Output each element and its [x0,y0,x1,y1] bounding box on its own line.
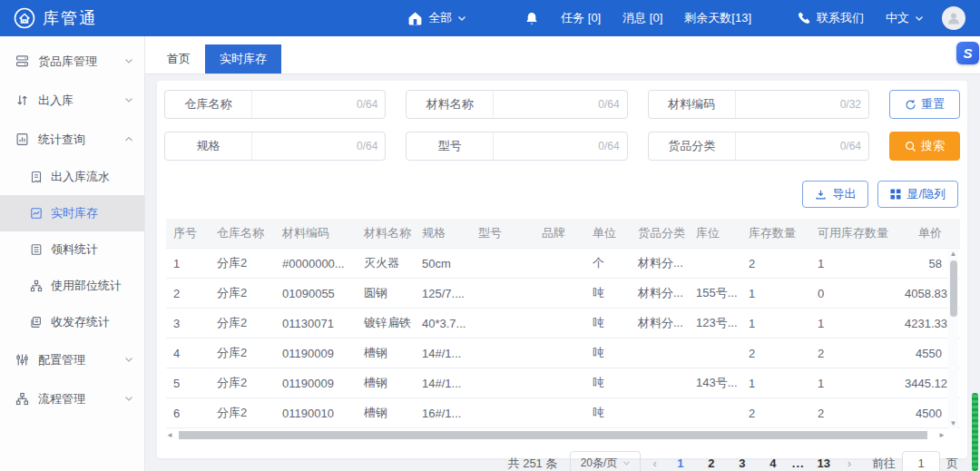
specification-input[interactable] [252,132,357,160]
pagination-bar: 共 251 条 20条/页 ‹ 1 2 3 4 ... 13 › 前往 [164,440,960,471]
sidebar-item-in-out-warehouse[interactable]: 出入库 [0,81,144,120]
cell-material-name: 灭火器 [357,255,415,271]
columns-label: 显/隐列 [906,186,946,202]
inventory-chart-icon [30,207,43,220]
cell-index: 1 [166,257,210,270]
scroll-down-arrow-icon[interactable]: ▼ [950,419,957,428]
cell-warehouse: 分库2 [210,255,275,271]
tasks-link[interactable]: 任务 [0] [550,0,612,36]
messages-link[interactable]: 消息 [0] [612,0,673,36]
material-name-input[interactable] [494,91,598,118]
sidebar-item-label: 使用部位统计 [51,278,122,294]
page-number-2[interactable]: 2 [700,456,723,470]
sidebar-item-label: 出入库 [38,93,115,109]
field-label: 货品分类 [649,132,736,160]
list-document-icon [30,243,43,256]
warehouse-scope-selector[interactable]: 全部 [397,0,477,36]
search-button[interactable]: 搜索 [889,132,960,161]
sidebar-item-goods-management[interactable]: 货品库管理 [0,42,144,81]
sidebar-item-realtime-inventory[interactable]: 实时库存 [0,195,144,231]
cell-material-code: #0000000... [275,257,357,270]
cell-warehouse: 分库2 [210,405,275,421]
tab-home[interactable]: 首页 [152,44,205,74]
table-vertical-scrollbar[interactable]: ▲ ▼ [948,250,958,428]
app-logo[interactable]: 库管通 [0,6,110,30]
table-row[interactable]: 1 分库2 #0000000... 灭火器 50cm 个 材料分... 2 1 [166,249,960,279]
table-horizontal-scrollbar[interactable]: ◄ ► [166,430,958,440]
cell-index: 5 [166,377,210,390]
goods-store-icon [15,54,29,68]
sidebar-item-process-management[interactable]: 流程管理 [0,379,144,418]
sidebar-item-label: 收发存统计 [51,314,110,330]
main-area: 首页 实时库存 S 仓库名称 0/64 材料名称 0/64 材料编码 [145,36,980,471]
table-row[interactable]: 3 分库2 01130071 镀锌扁铁 40*3.7... 吨 材料分... 1… [166,309,960,339]
goods-category-input[interactable] [736,132,840,160]
cell-available-qty: 1 [810,377,897,390]
page-number-3[interactable]: 3 [730,456,754,470]
sidebar-item-usage-location-stats[interactable]: 使用部位统计 [0,268,144,304]
export-button[interactable]: 导出 [802,181,868,208]
cell-location: 123号... [689,315,741,331]
table-row[interactable]: 4 分库2 01190009 槽钢 14#/1... 吨 2 2 [166,339,960,368]
sidebar-item-statistics-query[interactable]: 统计查询 [0,120,144,159]
user-avatar[interactable] [942,6,965,30]
chevron-down-icon [124,97,133,103]
sliders-icon [15,353,29,367]
prev-page-button[interactable]: ‹ [648,456,661,470]
cell-material-name: 槽钢 [357,405,415,421]
show-hide-columns-button[interactable]: 显/隐列 [877,181,958,208]
page-size-select[interactable]: 20条/页 [570,451,641,471]
scroll-left-arrow-icon[interactable]: ◄ [166,431,173,440]
chevron-down-icon [124,357,133,363]
cell-unit: 吨 [585,375,631,391]
table-row[interactable]: 6 分库2 01190010 槽钢 16#/1... 吨 2 2 [166,398,960,428]
page-size-value: 20条/页 [581,456,618,471]
flow-chart-icon [15,392,29,406]
sidebar-item-config-management[interactable]: 配置管理 [0,340,144,379]
app-title: 库管通 [43,7,97,29]
sidebar-item-label: 货品库管理 [38,54,115,70]
table-row[interactable]: 2 分库2 01090055 圆钢 125/7.... 吨 材料分... 155… [166,279,960,309]
material-code-input[interactable] [736,91,840,118]
reset-button[interactable]: 重置 [889,90,960,119]
page-number-13[interactable]: 13 [812,456,836,470]
page-scrollbar-green-thumb[interactable] [972,393,978,471]
sidebar-item-material-requisition-stats[interactable]: 领料统计 [0,231,144,268]
column-header: 库存数量 [741,225,810,241]
more-pages-ellipsis[interactable]: ... [792,456,805,470]
total-count-label: 共 251 条 [508,456,558,471]
field-material-name: 材料名称 0/64 [406,90,627,119]
column-header: 品牌 [534,225,585,241]
field-label: 仓库名称 [165,91,252,118]
page-number-4[interactable]: 4 [761,456,785,470]
field-specification: 规格 0/64 [164,132,386,161]
tab-realtime-inventory[interactable]: 实时库存 [205,44,281,74]
goto-page-input[interactable] [902,451,940,471]
field-material-code: 材料编码 0/32 [648,90,869,119]
notification-bell[interactable] [514,0,550,36]
contact-us-link[interactable]: 联系我们 [786,0,875,36]
vertical-scroll-thumb[interactable] [950,260,957,317]
chevron-down-icon [457,15,466,22]
next-page-button[interactable]: › [843,456,856,470]
sidebar-item-in-out-flow[interactable]: 出入库流水 [0,159,144,195]
sidebar-item-receive-dispatch-stats[interactable]: 收发存统计 [0,304,144,340]
warehouse-name-input[interactable] [252,91,357,118]
char-counter: 0/32 [840,98,868,111]
page-number-1[interactable]: 1 [669,456,692,470]
floating-widget-badge[interactable]: S [956,42,979,64]
model-input[interactable] [494,132,598,160]
column-header: 单价 [897,225,960,241]
reset-label: 重置 [921,96,945,113]
contact-label: 联系我们 [817,10,864,26]
scroll-up-arrow-icon[interactable]: ▲ [950,250,957,259]
column-header: 型号 [471,225,534,241]
table-body: 1 分库2 #0000000... 灭火器 50cm 个 材料分... 2 1 [166,249,960,428]
language-selector[interactable]: 中文 [875,0,935,36]
horizontal-scroll-thumb[interactable] [179,431,927,439]
sidebar-item-label: 出入库流水 [51,169,110,185]
table-row[interactable]: 5 分库2 01190009 槽钢 14#/1... 吨 143号... 1 1 [166,368,960,398]
cell-spec: 14#/1... [415,377,471,390]
scroll-right-arrow-icon[interactable]: ► [938,431,946,440]
field-label: 规格 [165,132,252,160]
